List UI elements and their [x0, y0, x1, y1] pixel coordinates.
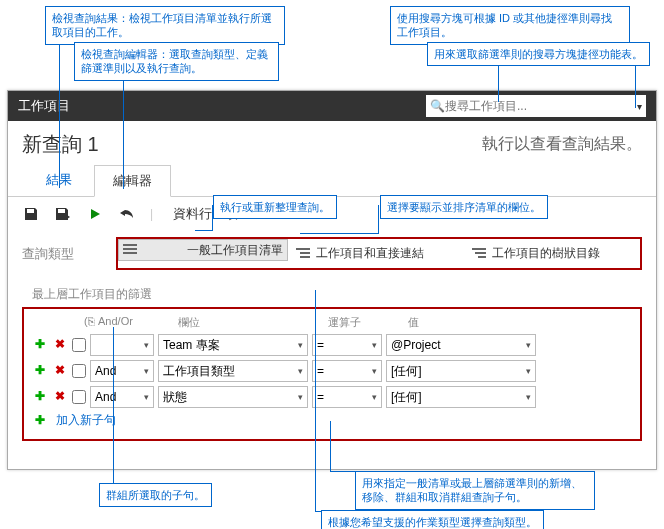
group-head-icon: (⎘ — [84, 315, 98, 330]
filter-section-title: 最上層工作項目的篩選 — [32, 286, 642, 303]
svg-rect-0 — [123, 244, 137, 246]
callout-run: 執行或重新整理查詢。 — [213, 195, 337, 219]
field-select[interactable]: 工作項目類型▾ — [158, 360, 308, 382]
val-select[interactable]: [任何]▾ — [386, 360, 536, 382]
direct-links-icon — [296, 247, 310, 261]
tree-icon — [472, 247, 486, 261]
svg-rect-5 — [300, 256, 310, 258]
filter-row: ✚ ✖ And▾ 狀態▾ =▾ [任何]▾ — [32, 386, 632, 408]
row-checkbox[interactable] — [72, 390, 86, 404]
del-clause-icon[interactable]: ✖ — [52, 337, 68, 353]
head-andor: And/Or — [98, 315, 178, 330]
add-clause-icon[interactable]: ✚ — [32, 413, 48, 429]
qtype-flat-label: 一般工作項目清單 — [187, 242, 283, 259]
op-select[interactable]: =▾ — [312, 360, 382, 382]
callout-qtype: 根據您希望支援的作業類型選擇查詢類型。 — [321, 510, 544, 529]
qtype-tree-label: 工作項目的樹狀目錄 — [492, 245, 600, 262]
andor-select[interactable]: And▾ — [90, 386, 154, 408]
svg-rect-4 — [300, 252, 310, 254]
run-icon[interactable] — [86, 205, 104, 223]
callout-columns: 選擇要顯示並排序清單的欄位。 — [380, 195, 548, 219]
svg-rect-3 — [296, 248, 310, 250]
svg-rect-6 — [472, 248, 486, 250]
op-select[interactable]: =▾ — [312, 334, 382, 356]
del-clause-icon[interactable]: ✖ — [52, 363, 68, 379]
head-field: 欄位 — [178, 315, 328, 330]
query-title: 新查詢 1 — [22, 131, 99, 158]
val-select[interactable]: [任何]▾ — [386, 386, 536, 408]
svg-rect-8 — [478, 256, 486, 258]
filter-row: ✚ ✖ And▾ 工作項目類型▾ =▾ [任何]▾ — [32, 360, 632, 382]
qtype-tree[interactable]: 工作項目的樹狀目錄 — [464, 239, 640, 268]
topbar-title: 工作項目 — [18, 97, 70, 115]
add-clause-icon[interactable]: ✚ — [32, 363, 48, 379]
save-icon[interactable] — [22, 205, 40, 223]
add-clause-icon[interactable]: ✚ — [32, 337, 48, 353]
filter-box: (⎘ And/Or 欄位 運算子 值 ✚ ✖ ▾ Team 專案▾ =▾ @Pr… — [22, 307, 642, 441]
qtype-label: 查詢類型 — [22, 245, 112, 263]
filter-row-add: ✚ 加入新子句 — [32, 412, 632, 429]
search-input[interactable] — [445, 99, 639, 113]
tab-editor[interactable]: 編輯器 — [94, 165, 171, 197]
save-as-icon[interactable] — [54, 205, 72, 223]
field-select[interactable]: 狀態▾ — [158, 386, 308, 408]
topbar: 工作項目 🔍 ▾ — [8, 91, 656, 121]
row-checkbox[interactable] — [72, 364, 86, 378]
del-clause-icon[interactable]: ✖ — [52, 389, 68, 405]
tabs: 結果 編輯器 — [8, 164, 656, 197]
undo-icon[interactable] — [118, 205, 136, 223]
op-select[interactable]: =▾ — [312, 386, 382, 408]
row-checkbox[interactable] — [72, 338, 86, 352]
callout-search: 使用搜尋方塊可根據 ID 或其他捷徑準則尋找工作項目。 — [390, 6, 630, 45]
query-panel: 工作項目 🔍 ▾ 新查詢 1 執行以查看查詢結果。 結果 編輯器 | 資料行選項… — [7, 90, 657, 470]
search-box[interactable]: 🔍 ▾ — [426, 95, 646, 117]
callout-clause-ops: 用來指定一般清單或最上層篩選準則的新增、移除、群組和取消群組查詢子句。 — [355, 471, 595, 510]
callout-search-menu: 用來選取篩選準則的搜尋方塊捷徑功能表。 — [427, 42, 650, 66]
flat-list-icon — [123, 243, 137, 257]
andor-select[interactable]: ▾ — [90, 334, 154, 356]
svg-rect-7 — [475, 252, 486, 254]
qtype-group: 一般工作項目清單 工作項目和直接連結 工作項目的樹狀目錄 — [116, 237, 642, 270]
head-val: 值 — [408, 315, 632, 330]
add-clause-link[interactable]: 加入新子句 — [56, 412, 116, 429]
field-select[interactable]: Team 專案▾ — [158, 334, 308, 356]
add-clause-icon[interactable]: ✚ — [32, 389, 48, 405]
search-icon: 🔍 — [430, 99, 445, 113]
exec-hint: 執行以查看查詢結果。 — [482, 134, 642, 155]
qtype-flat[interactable]: 一般工作項目清單 — [118, 239, 288, 261]
svg-rect-2 — [123, 252, 137, 254]
qtype-direct-links[interactable]: 工作項目和直接連結 — [288, 239, 464, 268]
callout-editor: 檢視查詢編輯器：選取查詢類型、定義篩選準則以及執行查詢。 — [74, 42, 279, 81]
filter-head: (⎘ And/Or 欄位 運算子 值 — [32, 315, 632, 330]
andor-select[interactable]: And▾ — [90, 360, 154, 382]
search-menu-caret-icon[interactable]: ▾ — [637, 101, 642, 112]
filter-row: ✚ ✖ ▾ Team 專案▾ =▾ @Project▾ — [32, 334, 632, 356]
svg-rect-1 — [123, 248, 137, 250]
head-op: 運算子 — [328, 315, 408, 330]
callout-group: 群組所選取的子句。 — [99, 483, 212, 507]
qtype-direct-label: 工作項目和直接連結 — [316, 245, 424, 262]
val-select[interactable]: @Project▾ — [386, 334, 536, 356]
callout-results: 檢視查詢結果：檢視工作項目清單並執行所選取項目的工作。 — [45, 6, 285, 45]
